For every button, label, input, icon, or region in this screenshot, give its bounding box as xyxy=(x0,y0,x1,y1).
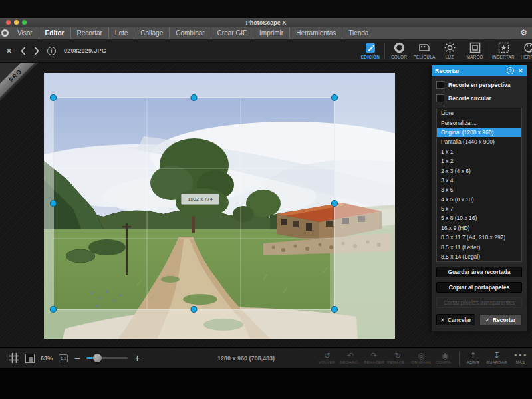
circular-crop-option[interactable]: Recorte circular xyxy=(436,94,522,102)
perspective-crop-option[interactable]: Recorte en perspectiva xyxy=(436,81,522,89)
crop-handle-bottom-center[interactable] xyxy=(191,307,197,313)
ratio-option-legal[interactable]: 8.5 x 14 (Legal) xyxy=(437,252,521,261)
compare-button[interactable]: ◉ COMPA... xyxy=(433,352,456,364)
frame-icon xyxy=(469,42,481,53)
ratio-option-4x5[interactable]: 4 x 5 (8 x 10) xyxy=(437,195,521,204)
ratio-option-5x8[interactable]: 5 x 8 (10 x 16) xyxy=(437,213,521,223)
cancel-button[interactable]: ✕ Cancelar xyxy=(436,314,475,325)
undo-button[interactable]: ↶ DESHAC... xyxy=(338,352,362,364)
ratio-option-1x2[interactable]: 1 x 2 xyxy=(437,156,521,166)
crop-handle-bottom-right[interactable] xyxy=(332,307,338,313)
ratio-option-5x7[interactable]: 5 x 7 xyxy=(437,204,521,213)
tab-herramientas[interactable]: HERRA xyxy=(516,39,532,62)
light-icon xyxy=(444,42,456,53)
zoom-slider[interactable] xyxy=(86,357,128,359)
ratio-option-3x5[interactable]: 3 x 5 xyxy=(437,185,521,194)
tab-insertar[interactable]: INSERTAR xyxy=(491,39,516,62)
crop-handle-top-left[interactable] xyxy=(51,95,57,101)
zoom-in-button[interactable]: + xyxy=(134,354,140,363)
circular-crop-checkbox[interactable] xyxy=(436,94,444,102)
show-original-button[interactable]: ◎ ORIGINAL xyxy=(410,352,433,364)
open-button[interactable]: ↥ ABRIR xyxy=(462,352,485,364)
tab-luz[interactable]: LUZ xyxy=(437,39,462,62)
titlebar: PhotoScape X xyxy=(0,18,532,27)
menu-item-tienda[interactable]: Tienda xyxy=(342,27,374,39)
status-bar: 63% 1:1 − + 1280 x 960 (708,433) ↺ VOLVE… xyxy=(0,347,532,368)
ratio-option-1x1[interactable]: 1 x 1 xyxy=(437,147,521,156)
menu-item-editor[interactable]: Editor xyxy=(39,27,70,39)
crop-panel: Recortar ? ✕ Recorte en perspectiva Reco… xyxy=(431,65,527,332)
compare-icon: ◉ xyxy=(442,352,448,360)
ratio-option-original[interactable]: Original (1280 x 960) xyxy=(437,128,521,137)
divider xyxy=(489,43,489,59)
main-menubar: Visor Editor Recortar Lote Collage Combi… xyxy=(0,27,532,39)
crop-panel-title: Recortar xyxy=(435,68,507,74)
traffic-lights xyxy=(6,20,27,25)
save-cropped-area-button[interactable]: Guardar área recortada xyxy=(436,267,522,277)
minimize-window-button[interactable] xyxy=(14,20,19,25)
ratio-option-3x4[interactable]: 3 x 4 xyxy=(437,176,521,185)
image-dimensions-info: 1280 x 960 (708,433) xyxy=(186,348,306,368)
divider xyxy=(384,43,385,59)
tab-pelicula[interactable]: PELÍCULA xyxy=(412,39,437,62)
canvas-background-toggle-icon[interactable] xyxy=(25,354,35,363)
zoom-out-button[interactable]: − xyxy=(74,354,80,363)
desktop-background-bottom xyxy=(0,368,532,399)
ratio-option-libre[interactable]: Libre xyxy=(437,108,521,118)
ratio-option-letter[interactable]: 8.5 x 11 (Letter) xyxy=(437,242,521,251)
menu-item-herramientas[interactable]: Herramientas xyxy=(289,27,342,39)
zoom-window-button[interactable] xyxy=(22,20,27,25)
menu-item-crear-gif[interactable]: Crear GIF xyxy=(211,27,253,39)
tab-edicion[interactable]: EDICIÓN xyxy=(358,39,383,62)
panel-close-icon[interactable]: ✕ xyxy=(518,67,523,74)
settings-gear-icon[interactable]: ⚙ xyxy=(520,28,527,37)
crop-panel-header[interactable]: Recortar ? ✕ xyxy=(432,65,527,76)
crop-handle-bottom-left[interactable] xyxy=(51,307,57,313)
crop-size-tooltip: 1032 x 774 xyxy=(181,194,219,205)
undo-all-button[interactable]: ↺ VOLVER xyxy=(315,352,338,364)
redo-all-button[interactable]: ↻ REHACE... xyxy=(386,352,409,364)
menu-items: Visor Editor Recortar Lote Collage Combi… xyxy=(11,27,374,39)
more-button[interactable]: ••• MÁS xyxy=(509,352,532,364)
ratio-option-2x3[interactable]: 2 x 3 (4 x 6) xyxy=(437,166,521,175)
menu-item-recortar[interactable]: Recortar xyxy=(70,27,108,39)
crop-handle-middle-left[interactable] xyxy=(51,201,57,207)
ratio-option-a4[interactable]: 8.3 x 11.7 (A4, 210 x 297) xyxy=(437,233,521,242)
previous-image-icon[interactable] xyxy=(21,47,26,55)
insert-icon xyxy=(498,42,509,53)
ratio-option-16x9[interactable]: 16 x 9 (HD) xyxy=(437,223,521,233)
zoom-slider-handle[interactable] xyxy=(93,354,102,362)
menu-item-visor[interactable]: Visor xyxy=(11,27,39,39)
zoom-1-1-button[interactable]: 1:1 xyxy=(59,354,68,362)
ratio-option-pantalla[interactable]: Pantalla (1440 x 900) xyxy=(437,137,521,146)
apply-crop-button[interactable]: ✓ Recortar xyxy=(479,314,522,325)
film-icon xyxy=(418,42,430,53)
open-filename: 02082029.JPG xyxy=(64,47,106,54)
crop-handle-middle-right[interactable] xyxy=(332,201,338,207)
perspective-crop-checkbox[interactable] xyxy=(436,81,444,89)
copy-to-clipboard-button[interactable]: Copiar al portapapeles xyxy=(436,282,522,293)
zoom-level: 63% xyxy=(41,355,53,362)
close-window-button[interactable] xyxy=(6,20,11,25)
tab-color[interactable]: COLOR xyxy=(386,39,412,62)
original-icon: ◎ xyxy=(418,352,424,360)
close-image-icon[interactable]: ✕ xyxy=(5,47,13,55)
crop-handle-top-right[interactable] xyxy=(332,95,338,101)
save-icon: ↧ xyxy=(493,352,500,360)
menu-item-imprimir[interactable]: Imprimir xyxy=(253,27,289,39)
menu-item-collage[interactable]: Collage xyxy=(134,27,169,39)
image-info-icon[interactable]: i xyxy=(47,47,56,55)
save-button[interactable]: ↧ GUARDAR xyxy=(485,352,508,364)
next-image-icon[interactable] xyxy=(34,47,39,55)
ratio-option-personalizar[interactable]: Personalizar... xyxy=(437,118,521,127)
trim-transparent-pixels-button: Cortar píxeles transparentes xyxy=(436,297,522,308)
crop-grid-toggle-icon[interactable] xyxy=(9,353,19,363)
redo-button[interactable]: ↷ REHACER xyxy=(362,352,386,364)
tools-icon xyxy=(523,42,532,53)
help-icon[interactable]: ? xyxy=(507,67,514,74)
menu-item-combinar[interactable]: Combinar xyxy=(169,27,210,39)
crop-handle-top-center[interactable] xyxy=(191,95,197,101)
tab-marco[interactable]: MARCO xyxy=(462,39,487,62)
window-title: PhotoScape X xyxy=(0,19,532,26)
menu-item-lote[interactable]: Lote xyxy=(108,27,134,39)
